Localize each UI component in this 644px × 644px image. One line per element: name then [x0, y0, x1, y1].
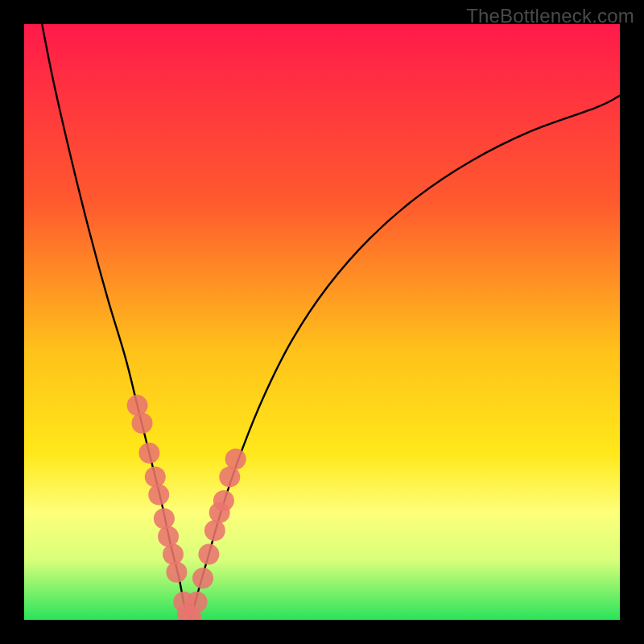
marker-dot	[127, 395, 148, 416]
watermark-text: TheBottleneck.com	[466, 5, 634, 27]
marker-dot	[145, 466, 166, 487]
gradient-background	[24, 24, 620, 620]
marker-dot	[138, 443, 159, 464]
marker-dot	[148, 485, 169, 506]
marker-dot	[192, 568, 213, 588]
chart-container: TheBottleneck.com	[0, 0, 644, 644]
marker-dot	[154, 508, 175, 529]
plot-area	[24, 24, 620, 620]
marker-dot	[163, 544, 184, 565]
marker-dot	[219, 466, 240, 487]
marker-dot	[225, 448, 246, 469]
marker-dot	[158, 526, 179, 547]
marker-dot	[198, 544, 219, 565]
marker-dot	[213, 490, 234, 511]
bottleneck-chart	[24, 24, 620, 620]
marker-dot	[204, 520, 225, 541]
marker-dot	[132, 413, 153, 434]
marker-dot	[166, 562, 187, 583]
marker-dot	[187, 592, 208, 613]
